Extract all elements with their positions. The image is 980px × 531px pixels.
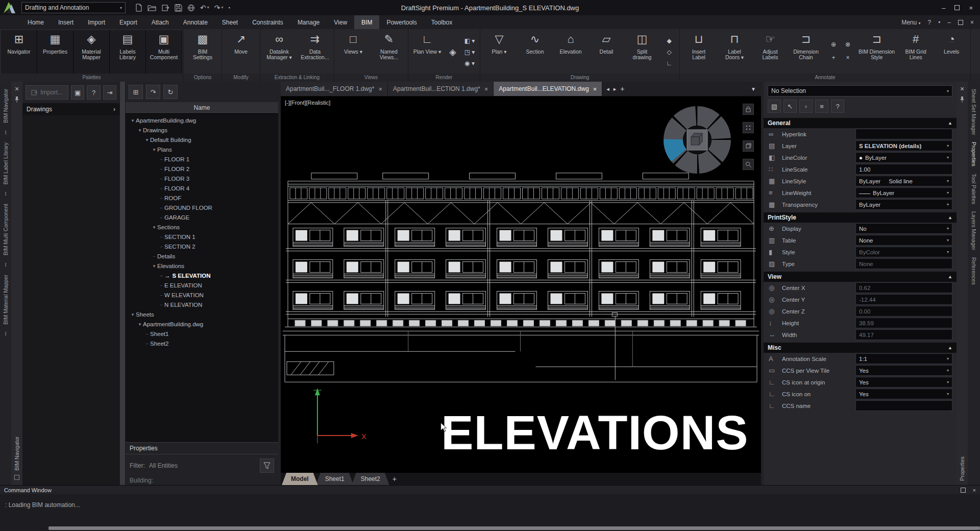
restore-button[interactable] — [954, 5, 960, 10]
ribbon-minimize-button[interactable]: – — [947, 19, 951, 26]
prev-tab-button[interactable]: ◂ — [606, 86, 609, 92]
save-icon[interactable] — [175, 4, 182, 12]
panel-dock-icon[interactable] — [14, 475, 19, 480]
multi-component-button[interactable]: ▣Multi Component — [146, 30, 182, 74]
help-icon[interactable]: ? — [87, 85, 100, 100]
section-header-general[interactable]: General▲ — [764, 118, 957, 128]
chevron-down-icon[interactable]: ▾ — [947, 179, 949, 183]
next-tab-button[interactable]: ▸ — [614, 86, 617, 92]
label-add-button[interactable]: ⊕ — [826, 39, 841, 50]
menu-item-toolbox[interactable]: Toolbox — [424, 15, 459, 29]
grid-icon[interactable] — [743, 122, 754, 133]
doc-tab-apartmentbuil-elevation-dwg[interactable]: ApartmentBuil...ELEVATION.dwg× — [494, 82, 602, 96]
plan-button[interactable]: ▽Plan ▾ — [481, 30, 517, 74]
palette-tab-bim-multi-component[interactable]: BIM Multi Component — [3, 204, 9, 255]
chevron-down-icon[interactable]: ▾ — [947, 202, 949, 207]
command-prompt[interactable]: : Loading BIM automation... — [0, 494, 980, 509]
quick-select-icon[interactable]: ≡ — [815, 100, 828, 113]
chevron-down-icon[interactable]: ▾ — [947, 226, 949, 231]
menu-item-export[interactable]: Export — [112, 15, 144, 29]
lineweight-value[interactable]: ——ByLayer▾ — [855, 187, 952, 198]
cs-icon-at-origin-value[interactable]: Yes▾ — [855, 377, 952, 388]
new-tab-button[interactable]: + — [620, 85, 624, 93]
tree-item-drawings[interactable]: ▾Drawings — [126, 125, 278, 135]
tree-item-apartmentbuilding-dwg[interactable]: ▾ApartmentBuilding.dwg — [126, 319, 278, 329]
palette-tab-layers-manager[interactable]: Layers Manager — [971, 211, 977, 250]
new-file-icon[interactable] — [135, 4, 142, 12]
menu-item-manage[interactable]: Manage — [290, 15, 327, 29]
shaded-view-button[interactable]: ◈ — [445, 44, 460, 60]
center-x-value[interactable]: 0.62 — [855, 282, 952, 293]
import-drawing-icon[interactable]: ⊞ — [129, 85, 143, 99]
chevron-down-icon[interactable]: ▾ — [938, 20, 940, 25]
dimension-chain-button[interactable]: ⊐Dimension Chain — [788, 30, 824, 74]
add-sheet-button[interactable]: + — [387, 473, 402, 485]
tab-list-button[interactable]: ▼ — [746, 82, 761, 96]
adjust-labels-button[interactable]: ☞Adjust Labels — [752, 30, 788, 74]
close-icon[interactable]: × — [378, 85, 382, 93]
minimize-button[interactable]: – — [942, 4, 945, 12]
expander-icon[interactable]: ▾ — [151, 225, 157, 230]
render-style-top-button[interactable]: ◧ ▾ — [462, 36, 477, 46]
menu-item-powertools[interactable]: Powertools — [379, 15, 424, 29]
palette-tab-bim-material-mapper[interactable]: BIM Material Mapper — [3, 275, 9, 324]
help-button[interactable]: ? — [928, 19, 932, 26]
split-drawing-button[interactable]: ◫Split drawing — [624, 30, 660, 74]
tree-item-e-elevation[interactable]: –E ELEVATION — [126, 280, 278, 290]
customize-quick-access-icon[interactable]: ▪ — [229, 6, 230, 10]
tree-item-default-building[interactable]: ▾Default Building — [126, 135, 278, 144]
label-doors-button[interactable]: ⊓Label Doors ▾ — [717, 30, 752, 74]
elevation-button[interactable]: ⌂Elevation — [553, 30, 589, 74]
section-header-misc[interactable]: Misc▲ — [764, 343, 957, 353]
chevron-down-icon[interactable]: ▾ — [947, 190, 949, 195]
pin-icon[interactable] — [14, 96, 19, 105]
expander-icon[interactable]: ▾ — [137, 322, 143, 327]
menu-item-bim[interactable]: BIM — [354, 15, 379, 29]
palette-tab-bim-navigator[interactable]: BIM Navigator — [3, 89, 9, 123]
tree-item-roof[interactable]: –ROOF — [126, 193, 278, 203]
cube-icon[interactable] — [743, 140, 754, 152]
elevation-callout-small-button[interactable]: ∟ — [662, 58, 677, 68]
insert-label-button[interactable]: ⊔Insert Label — [681, 30, 717, 74]
menu-item-constraints[interactable]: Constraints — [245, 15, 290, 29]
menu-button[interactable]: Menu ▾ — [901, 19, 920, 26]
tree-item-floor-3[interactable]: –FLOOR 3 — [126, 174, 278, 183]
style-value[interactable]: ByColor▾ — [855, 247, 952, 257]
expander-icon[interactable]: ▾ — [151, 263, 157, 269]
doc-tab-apartmentbuil-floor-1-dwg[interactable]: ApartmentBuil..._FLOOR 1.dwg*× — [281, 82, 388, 96]
tree-item-section-1[interactable]: –SECTION 1 — [126, 232, 278, 242]
section-button[interactable]: ∿Section — [517, 30, 553, 74]
drawings-section-header[interactable]: Drawings › — [22, 103, 119, 115]
chevron-down-icon[interactable]: ▾ — [947, 250, 949, 254]
label-delete-button[interactable]: ⊗ — [840, 39, 855, 50]
collapse-icon[interactable]: ▲ — [948, 274, 952, 279]
tree-item-sheet2[interactable]: –Sheet2 — [126, 339, 278, 348]
tree-item-garage[interactable]: –GARAGE — [126, 212, 278, 222]
navigator-button[interactable]: ⊞Navigator — [1, 30, 37, 74]
close-icon[interactable]: × — [960, 85, 964, 93]
tree-item-elevations[interactable]: ▾Elevations — [126, 261, 278, 271]
palette-tab-references[interactable]: References — [971, 257, 977, 285]
doc-tab-apartmentbuil-ection-1-dwg[interactable]: ApartmentBuil...ECTION 1.dwg*× — [388, 82, 494, 96]
sync-icon[interactable]: ↻ — [163, 85, 178, 99]
tree-item-floor-4[interactable]: –FLOOR 4 — [126, 183, 278, 193]
share-icon[interactable] — [187, 4, 195, 12]
tree-item-floor-1[interactable]: –FLOOR 1 — [126, 154, 278, 164]
undo-icon[interactable]: ↶▾ — [200, 4, 209, 11]
panel-splitter[interactable] — [119, 82, 126, 485]
detail-button[interactable]: ▱Detail — [589, 30, 624, 74]
tag-delete-button[interactable]: × — [840, 53, 855, 63]
plan-view-button[interactable]: ∟Plan View ▾ — [409, 30, 445, 74]
help-icon[interactable]: ? — [831, 100, 844, 113]
close-icon[interactable]: × — [593, 85, 597, 93]
horizontal-scrollbar[interactable] — [48, 526, 980, 530]
menu-item-home[interactable]: Home — [20, 15, 51, 29]
linestyle-value[interactable]: ByLayerSolid line▾ — [855, 176, 952, 186]
expander-icon[interactable]: ▾ — [144, 137, 150, 142]
chevron-down-icon[interactable]: ▾ — [947, 392, 949, 396]
sheet-tab-sheet2[interactable]: Sheet2 — [352, 473, 389, 485]
render-style-middle-button[interactable]: ◳ ▾ — [462, 47, 477, 57]
height-value[interactable]: 38.59 — [855, 318, 952, 328]
collapse-icon[interactable]: ▲ — [948, 215, 952, 220]
linescale-value[interactable]: 1.00 — [855, 164, 952, 175]
